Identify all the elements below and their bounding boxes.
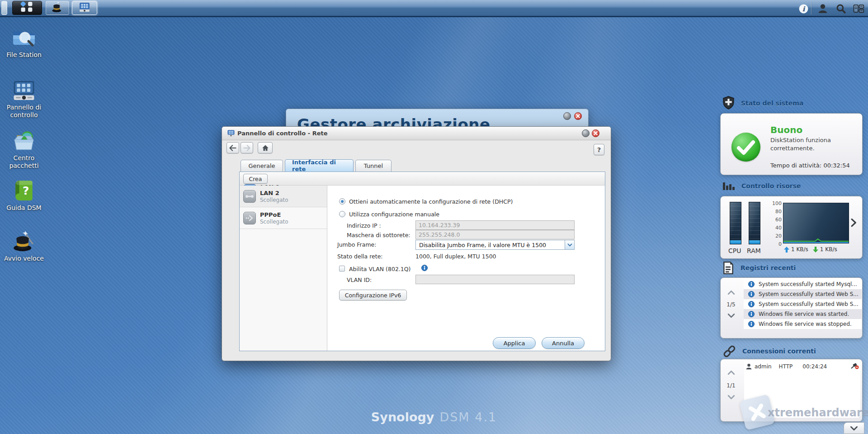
current-connections-header: Connessioni correnti: [722, 344, 816, 358]
log-text: Windows file service was started.: [759, 311, 849, 317]
network-traffic-graph[interactable]: [783, 203, 849, 243]
control-panel-icon: [79, 2, 90, 14]
taskbar: i: [0, 0, 868, 17]
interface-item-lan2[interactable]: LAN 2 Scollegato: [240, 186, 327, 207]
axis-tick: 40: [771, 225, 782, 231]
interface-status: Scollegato: [260, 197, 288, 203]
desktop-icon-label: Pannello di controllo: [0, 104, 48, 119]
axis-tick: 60: [771, 217, 782, 223]
log-text: Windows file service was stopped.: [759, 321, 852, 327]
resource-detail-chevron[interactable]: [851, 218, 857, 229]
status-ok-icon: [731, 133, 760, 162]
system-status-widget: Buono DiskStation funziona correttamente…: [720, 113, 863, 175]
interface-item-pppoe[interactable]: PPPoE Scollegato: [240, 207, 327, 229]
info-icon[interactable]: [421, 265, 428, 272]
desktop-icon-label: Guida DSM: [6, 204, 41, 212]
logs-page-up[interactable]: [723, 290, 739, 296]
subnet-label: Maschera di sottorete:: [347, 232, 410, 238]
logs-page-down[interactable]: [723, 313, 739, 320]
desktop-icon-file-station[interactable]: File Station: [0, 27, 48, 59]
tab-label: Tunnel: [364, 162, 383, 169]
download-arrow-icon: [813, 247, 818, 253]
jumbo-frame-value: Disabilita Jumbo Frame, il valore MTU è …: [419, 242, 562, 248]
vlan-id-label: VLAN ID:: [347, 277, 372, 283]
pilot-view-button[interactable]: [852, 2, 865, 15]
cpu-label: CPU: [728, 247, 741, 254]
create-button[interactable]: Crea: [243, 174, 268, 184]
link-icon: [722, 344, 736, 358]
cancel-button-label: Annulla: [552, 340, 574, 347]
main-menu-grid-icon: [19, 1, 35, 15]
disconnect-icon[interactable]: [851, 362, 859, 371]
connection-row: admin HTTP 00:24:24: [746, 362, 861, 372]
control-panel-icon: [12, 80, 36, 101]
connection-protocol: HTTP: [779, 363, 793, 370]
network-speed-row: 1 KB/s 1 KB/s: [784, 246, 837, 253]
minimize-button[interactable]: [563, 112, 571, 120]
net-status-value: 1000, Full duplex, MTU 1500: [415, 253, 496, 260]
package-center-icon: [11, 129, 37, 152]
taskbar-control-panel-task[interactable]: [72, 1, 97, 15]
log-row: Windows file service was stopped.: [744, 319, 862, 329]
info-icon: [748, 291, 755, 297]
ipv6-config-button[interactable]: Configurazione IPv6: [339, 290, 407, 300]
dhcp-radio[interactable]: [339, 198, 345, 205]
search-icon: [836, 4, 846, 14]
ram-meter[interactable]: [749, 202, 760, 244]
jumbo-frame-select[interactable]: Disabilita Jumbo Frame, il valore MTU è …: [415, 240, 575, 250]
system-status-value: Buono: [770, 124, 802, 135]
quick-launch-button[interactable]: [46, 1, 69, 15]
upload-arrow-icon: [784, 247, 789, 253]
manual-config-radio[interactable]: [339, 211, 345, 217]
desktop-icon-label: Avvio veloce: [4, 255, 44, 262]
dialog-title: Pannello di controllo - Rete: [237, 130, 328, 137]
pppoe-icon: [243, 212, 256, 224]
axis-tick: 100: [771, 200, 782, 206]
log-text: System successfully started Mysql...: [759, 281, 857, 287]
home-button[interactable]: [258, 142, 273, 153]
connections-page-up[interactable]: [723, 370, 739, 377]
widget-title: Stato del sistema: [741, 100, 803, 107]
resource-monitor-header: Controllo risorse: [722, 181, 801, 191]
show-desktop-button[interactable]: [1, 1, 7, 15]
dsm-help-icon: ?: [14, 179, 34, 202]
widget-panel-collapse-button[interactable]: [844, 422, 864, 434]
log-row: System successfully started Web S...: [744, 289, 862, 299]
close-icon[interactable]: [574, 112, 582, 120]
close-icon[interactable]: [592, 129, 599, 137]
log-row: System successfully started Mysql...: [744, 279, 862, 289]
dialog-titlebar[interactable]: Pannello di controllo - Rete: [222, 127, 611, 140]
interface-form: Ottieni automaticamente la configurazion…: [327, 186, 605, 351]
cpu-meter[interactable]: [730, 202, 741, 244]
taskbar-separator: [811, 3, 811, 14]
help-button[interactable]: ?: [594, 144, 604, 155]
widgets-icon: [853, 4, 864, 14]
shield-icon: [722, 96, 735, 110]
tab-generale[interactable]: Generale: [241, 160, 283, 172]
cancel-button[interactable]: Annulla: [542, 337, 585, 349]
system-status-description: DiskStation funziona correttamente.: [770, 136, 852, 152]
desktop-icon-package-center[interactable]: Centro pacchetti: [0, 129, 48, 170]
desktop-icon-quick-start[interactable]: Avvio veloce: [0, 231, 48, 262]
connection-time: 00:24:24: [802, 363, 827, 370]
apply-button-label: Applica: [504, 340, 525, 347]
back-button[interactable]: [226, 142, 239, 153]
info-icon: [748, 281, 755, 287]
desktop-icon-dsm-help[interactable]: ? Guida DSM: [0, 179, 48, 212]
create-button-label: Crea: [249, 176, 262, 182]
vlan-checkbox-label: Abilita VLAN (802.1Q): [349, 266, 411, 272]
forward-button[interactable]: [241, 142, 253, 153]
search-button[interactable]: [834, 2, 848, 15]
apply-button[interactable]: Applica: [493, 337, 536, 349]
system-info-button[interactable]: i: [797, 2, 810, 15]
tab-interfaccia-di-rete[interactable]: Interfaccia di rete: [285, 159, 354, 172]
desktop-icon-control-panel[interactable]: Pannello di controllo: [0, 80, 48, 119]
desktop: i: [0, 0, 868, 434]
minimize-button[interactable]: [582, 129, 590, 137]
user-menu-button[interactable]: [816, 2, 830, 15]
main-menu-button[interactable]: [12, 1, 42, 15]
tab-tunnel[interactable]: Tunnel: [355, 160, 392, 172]
vlan-checkbox[interactable]: [339, 266, 345, 272]
lan-icon: [243, 190, 256, 203]
connections-page-down[interactable]: [723, 395, 739, 401]
